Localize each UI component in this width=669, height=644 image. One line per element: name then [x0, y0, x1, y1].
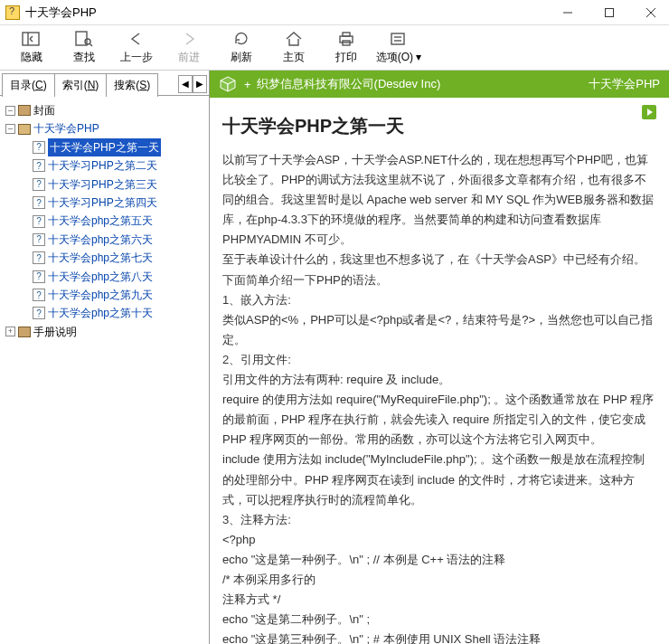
- back-icon: [127, 30, 146, 48]
- svg-rect-14: [391, 33, 404, 44]
- plus-icon: +: [244, 78, 251, 91]
- hide-label: 隐藏: [21, 50, 42, 65]
- tree-cover[interactable]: –封面: [5, 101, 205, 119]
- svg-rect-1: [606, 8, 614, 16]
- refresh-label: 刷新: [231, 50, 252, 65]
- cube-icon: [219, 75, 237, 93]
- tree[interactable]: –封面–十天学会PHP?十天学会PHP之第一天?十天学习PHP之第二天?十天学习…: [0, 96, 209, 644]
- back-label: 上一步: [120, 50, 153, 65]
- tree-item[interactable]: ?十天学会php之第十天: [20, 304, 205, 322]
- options-label: 选项(O) ▾: [376, 50, 422, 65]
- tab-index[interactable]: 索引(N): [54, 73, 108, 97]
- tree-item[interactable]: ?十天学习PHP之第三天: [20, 175, 205, 194]
- tree-item[interactable]: ?十天学习PHP之第四天: [20, 194, 205, 212]
- tree-item[interactable]: ?十天学会php之第八天: [20, 268, 205, 286]
- svg-line-10: [90, 43, 92, 46]
- options-button[interactable]: 选项(O) ▾: [372, 27, 425, 69]
- toolbar: 隐藏 查找 上一步 前进 刷新 主页 打印 选项(O) ▾: [0, 25, 669, 71]
- close-button[interactable]: [638, 4, 664, 22]
- home-icon: [284, 30, 304, 48]
- find-icon: [74, 30, 94, 48]
- window-title: 十天学会PHP: [25, 5, 555, 21]
- article-title: 十天学会PHP之第一天: [222, 110, 656, 141]
- hide-icon: [22, 30, 42, 48]
- app-icon: [5, 5, 20, 20]
- home-button[interactable]: 主页: [268, 27, 320, 69]
- tree-item[interactable]: ?十天学会php之第五天: [20, 212, 205, 230]
- company-name: 织梦信息科技有限公司(Desdev Inc): [257, 76, 441, 92]
- tab-contents[interactable]: 目录(C): [2, 73, 55, 97]
- tree-item[interactable]: ?十天学习PHP之第二天: [20, 156, 205, 175]
- hide-button[interactable]: 隐藏: [5, 27, 58, 69]
- minimize-button[interactable]: [555, 4, 580, 22]
- forward-label: 前进: [178, 50, 200, 65]
- tree-item[interactable]: ?十天学会php之第六天: [20, 231, 205, 249]
- print-button[interactable]: 打印: [320, 27, 372, 69]
- svg-rect-11: [340, 36, 353, 43]
- svg-rect-12: [343, 33, 350, 36]
- article-body: 以前写了十天学会ASP，十天学会ASP.NET什么的，现在想想再写个PHP吧，也…: [222, 150, 656, 644]
- tabs-prev[interactable]: ◀: [178, 75, 193, 93]
- tabs-next[interactable]: ▶: [193, 75, 207, 93]
- svg-rect-4: [23, 33, 39, 45]
- title-bar: 十天学会PHP: [0, 0, 669, 25]
- nav-pane: 目录(C) 索引(N) 搜索(S) ◀ ▶ –封面–十天学会PHP?十天学会PH…: [0, 71, 210, 644]
- forward-button: 前进: [163, 27, 215, 69]
- print-icon: [336, 30, 356, 48]
- find-button[interactable]: 查找: [58, 27, 110, 69]
- forward-icon: [179, 30, 199, 48]
- print-label: 打印: [335, 50, 357, 65]
- maximize-button[interactable]: [597, 4, 622, 22]
- tab-search[interactable]: 搜索(S): [106, 73, 158, 97]
- home-label: 主页: [283, 50, 305, 65]
- refresh-icon: [231, 30, 251, 48]
- nav-tabs: 目录(C) 索引(N) 搜索(S) ◀ ▶: [0, 71, 209, 96]
- tree-root-item[interactable]: –十天学会PHP: [5, 119, 205, 137]
- refresh-button[interactable]: 刷新: [215, 27, 268, 69]
- content-pane: + 织梦信息科技有限公司(Desdev Inc) 十天学会PHP 十天学会PHP…: [210, 71, 669, 644]
- tree-item[interactable]: ?十天学会php之第九天: [20, 286, 205, 304]
- window-controls: [555, 4, 664, 22]
- header-right: 十天学会PHP: [589, 76, 660, 92]
- header-bar: + 织梦信息科技有限公司(Desdev Inc) 十天学会PHP: [210, 71, 669, 98]
- article[interactable]: 十天学会PHP之第一天 以前写了十天学会ASP，十天学会ASP.NET什么的，现…: [210, 98, 669, 644]
- tree-item[interactable]: ?十天学会php之第七天: [20, 249, 205, 267]
- tree-item[interactable]: ?十天学会PHP之第一天: [20, 138, 205, 156]
- svg-line-7: [30, 39, 33, 42]
- back-button[interactable]: 上一步: [110, 27, 163, 69]
- options-icon: [389, 30, 409, 48]
- find-label: 查找: [73, 50, 95, 65]
- play-icon[interactable]: [642, 105, 656, 119]
- tree-manual[interactable]: +手册说明: [5, 323, 205, 341]
